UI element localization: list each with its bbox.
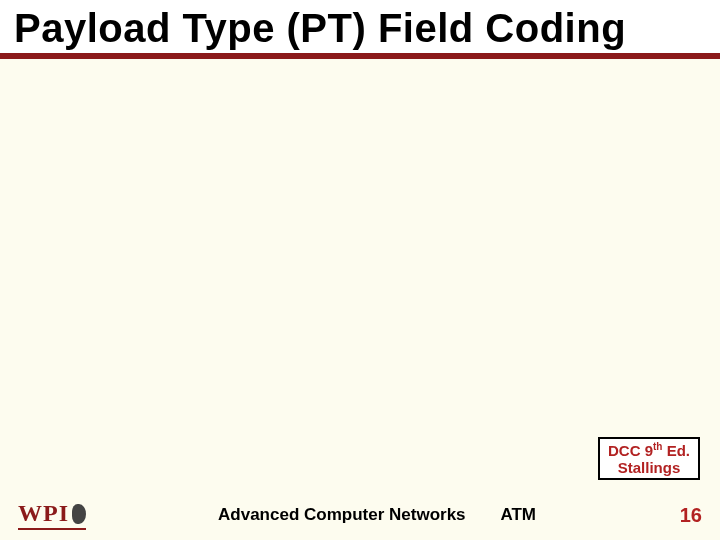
wpi-logo-text: WPI	[18, 500, 69, 527]
title-bar: Payload Type (PT) Field Coding	[0, 0, 720, 59]
page-number: 16	[668, 504, 702, 527]
citation-line1: DCC 9th Ed.	[608, 441, 690, 459]
citation-box: DCC 9th Ed. Stallings	[598, 437, 700, 481]
wpi-logo-icon	[72, 504, 86, 524]
citation-post: Ed.	[662, 442, 690, 459]
citation-line2: Stallings	[608, 459, 690, 476]
slide-title: Payload Type (PT) Field Coding	[14, 6, 706, 51]
wpi-logo: WPI	[18, 500, 86, 530]
citation-pre: DCC 9	[608, 442, 653, 459]
footer: WPI Advanced Computer Networks ATM 16	[0, 500, 720, 530]
footer-center: Advanced Computer Networks ATM	[86, 505, 668, 525]
footer-topic: ATM	[500, 505, 536, 524]
footer-course: Advanced Computer Networks	[218, 505, 466, 524]
